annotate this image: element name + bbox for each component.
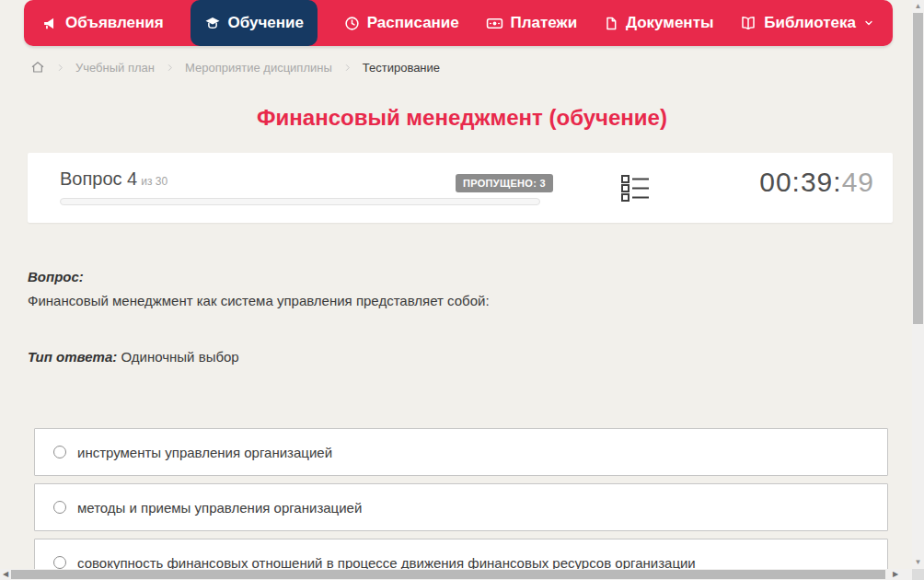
scroll-left-arrow-icon[interactable]: ◀: [0, 569, 11, 580]
nav-item-payments[interactable]: Платежи: [486, 0, 578, 46]
chevron-down-icon: [863, 17, 874, 29]
banknote-icon: [486, 15, 503, 32]
answer-option-label: методы и приемы управления организацией: [77, 500, 362, 516]
home-icon[interactable]: [30, 60, 45, 75]
document-icon: [604, 16, 618, 31]
top-navigation: Объявления Обучение Расписание П: [24, 0, 893, 46]
breadcrumb-item-curriculum[interactable]: Учебный план: [75, 61, 155, 75]
radio-button-icon[interactable]: [53, 556, 66, 569]
skipped-badge: ПРОПУЩЕНО: 3: [456, 174, 553, 192]
scroll-up-arrow-icon[interactable]: ▲: [912, 0, 924, 13]
graduation-cap-icon: [204, 15, 221, 31]
nav-item-announcements[interactable]: Объявления: [42, 0, 164, 46]
radio-button-icon[interactable]: [53, 501, 66, 514]
chevron-right-icon: [55, 63, 65, 73]
vertical-scrollbar[interactable]: ▲ ▼: [912, 0, 924, 569]
megaphone-icon: [42, 16, 58, 31]
vertical-scrollbar-thumb[interactable]: [913, 13, 923, 324]
answer-type-value: Одиночный выбор: [121, 349, 238, 365]
question-list-icon[interactable]: [620, 174, 651, 206]
page-title: Финансовый менеджмент (обучение): [0, 105, 924, 131]
question-heading: Вопрос:: [28, 269, 84, 284]
nav-item-label: Расписание: [367, 14, 459, 32]
nav-item-label: Библиотека: [764, 14, 856, 32]
book-icon: [740, 15, 757, 31]
nav-item-schedule[interactable]: Расписание: [344, 0, 459, 46]
nav-item-label: Объявления: [65, 14, 164, 32]
question-number: Вопрос 4из 30: [60, 168, 167, 190]
nav-item-label: Платежи: [511, 14, 578, 32]
answer-option[interactable]: методы и приемы управления организацией: [34, 483, 888, 531]
chevron-right-icon: [165, 63, 175, 73]
nav-item-label: Документы: [626, 14, 714, 32]
progress-bar: [60, 198, 540, 205]
nav-item-label: Обучение: [228, 14, 304, 32]
question-text: Финансовый менеджмент как система управл…: [28, 293, 856, 308]
breadcrumb-item-discipline-event[interactable]: Мероприятие дисциплины: [185, 61, 332, 75]
horizontal-scrollbar-thumb[interactable]: [11, 570, 885, 579]
answer-type: Тип ответа: Одиночный выбор: [28, 349, 239, 365]
nav-item-documents[interactable]: Документы: [604, 0, 714, 46]
horizontal-scrollbar[interactable]: ◀ ▶: [0, 569, 912, 580]
answer-option[interactable]: инструменты управления организацией: [34, 428, 888, 476]
scroll-right-arrow-icon[interactable]: ▶: [890, 569, 901, 580]
question-header-card: Вопрос 4из 30 ПРОПУЩЕНО: 3 00:39:49: [28, 153, 893, 223]
answer-option-label: совокупность финансовых отношений в проц…: [77, 555, 696, 571]
radio-button-icon[interactable]: [53, 446, 66, 458]
answer-type-label: Тип ответа:: [28, 349, 117, 365]
question-number-label: Вопрос 4: [60, 168, 137, 189]
clock-icon: [344, 16, 360, 31]
answer-option-label: инструменты управления организацией: [77, 445, 332, 460]
nav-item-library[interactable]: Библиотека: [740, 0, 874, 46]
timer-main: 00:39:: [759, 167, 841, 197]
question-of-label: из 30: [141, 175, 167, 188]
nav-item-learning[interactable]: Обучение: [191, 0, 318, 46]
breadcrumb: Учебный план Мероприятие дисциплины Тест…: [30, 57, 440, 77]
breadcrumb-item-testing: Тестирование: [363, 61, 440, 75]
scroll-down-arrow-icon[interactable]: ▼: [912, 556, 924, 569]
timer-seconds: 49: [842, 167, 874, 197]
chevron-right-icon: [342, 63, 352, 73]
timer: 00:39:49: [759, 167, 874, 198]
scrollbar-corner: [912, 569, 924, 580]
